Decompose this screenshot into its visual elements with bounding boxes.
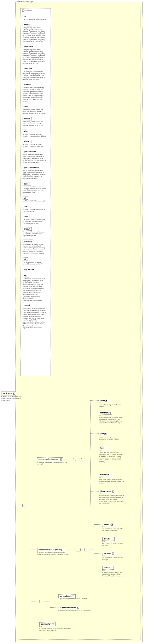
connector — [20, 393, 20, 506]
elem-related-desc: A related concept, where the relationshi… — [102, 571, 128, 577]
attr-xmllang: xml:lang Specifies the language of this … — [23, 239, 49, 255]
attr-roleuri: roleuri A refinement of the semantics of… — [23, 303, 49, 329]
connector — [84, 459, 90, 459]
group-crg-desc: A group of properties required to indica… — [37, 552, 70, 555]
elem-narrower[interactable]: narrower+ — [102, 552, 115, 555]
connector — [75, 459, 80, 459]
expand-icon[interactable]: + — [72, 595, 74, 597]
elem-note[interactable]: note+ — [99, 432, 108, 435]
multiplicity: 0..∞ — [99, 414, 101, 416]
group-crg[interactable]: ConceptRelationshipsGroup− — [37, 548, 66, 552]
expand-icon[interactable]: + — [111, 524, 113, 526]
multiplicity: 0..∞ — [102, 540, 105, 542]
connector — [65, 459, 71, 459]
elem-broader-desc: An identifier of a more generic concept — [102, 542, 128, 546]
multiplicity: 0..∞ — [102, 570, 105, 571]
sequence-main[interactable] — [22, 504, 27, 508]
multiplicity: 0..∞ — [39, 626, 42, 627]
group-cdg[interactable]: ConceptDefinitionGroup− — [37, 458, 63, 461]
multiplicity: 0..∞ — [99, 450, 101, 451]
attributes-toggle[interactable]: − — [22, 10, 24, 12]
elem-facet-desc: In NAR 1.8 and later: facet is deprecate… — [99, 452, 124, 462]
connector — [90, 475, 99, 475]
elem-persondetails[interactable]: personDetails+ — [58, 594, 76, 598]
connector — [90, 491, 99, 492]
elem-note-desc: Additional natural language information … — [99, 437, 124, 441]
connector — [31, 459, 31, 630]
attr-role: role A refinement of the semantics of th… — [23, 274, 49, 301]
elem-narrower-desc: An identifier of a more specific concept — [102, 557, 128, 560]
attr-dir: dir The directionality of textual conten… — [23, 257, 49, 265]
sequence-crg[interactable] — [76, 548, 81, 552]
connector — [90, 413, 99, 413]
expand-icon[interactable]: + — [104, 433, 106, 435]
sequence-cdg-opt[interactable] — [80, 458, 84, 461]
connector — [44, 601, 50, 602]
multiplicity: 0..∞ — [99, 402, 101, 404]
expand-icon[interactable]: + — [77, 606, 79, 609]
elem-name[interactable]: name+ — [99, 399, 109, 402]
sequence-crg-opt[interactable] — [84, 548, 89, 552]
elem-persondetails-desc: A group of properties specific to a pers… — [58, 598, 92, 600]
elem-orgdetails-desc: A group of properties specific to an org… — [58, 609, 92, 611]
elem-facet[interactable]: facet+ — [99, 446, 108, 450]
multiplicity: 0..∞ — [99, 435, 101, 436]
attr-pubconstrainturi: pubconstrainturi One or many constraints… — [23, 166, 49, 180]
choice-details[interactable] — [39, 600, 44, 603]
expand-icon[interactable]: + — [110, 474, 112, 476]
connector — [94, 553, 102, 554]
expand-icon[interactable]: − — [63, 549, 65, 551]
connector — [69, 550, 76, 550]
elem-sameas-desc: An identifier of a concept with equivale… — [102, 528, 128, 532]
expand-icon[interactable]: + — [112, 552, 114, 554]
attr-literal: literal A concept identifier expressed a… — [23, 204, 49, 212]
sequence-cdg[interactable] — [71, 458, 76, 461]
attr-creatoruri: creatoruri If the property value is not … — [23, 44, 49, 64]
attribute-indicator-icon: a — [52, 623, 54, 625]
expand-icon[interactable]: + — [105, 447, 107, 449]
elem-broader[interactable]: broader+ — [102, 537, 114, 541]
connector — [50, 596, 58, 596]
elem-orgdetails[interactable]: organisationDetails+ — [58, 606, 80, 609]
attr-howuri: howuri Indicates by which means the valu… — [23, 116, 49, 127]
attr-id: id The local identifier of the property. — [23, 14, 49, 20]
elem-any-other-desc: Extension point for provider-defined pro… — [39, 628, 75, 631]
attr-uri: uri A URI which identifies a concept. — [23, 196, 49, 202]
attr-custom: custom If set to true the corresponding … — [23, 82, 49, 102]
connector — [90, 448, 99, 448]
elem-hierarchyinfo-desc: Represents the position of a concept in … — [99, 495, 124, 504]
elem-related[interactable]: related+ — [102, 566, 114, 570]
attributes-box: −attributes id The local identifier of t… — [20, 8, 51, 376]
expand-icon[interactable]: + — [111, 538, 113, 540]
group-cdg-desc: A group of properties required to define… — [37, 461, 68, 465]
elem-definition[interactable]: definition+ — [99, 411, 112, 415]
expand-icon[interactable]: + — [110, 567, 112, 569]
elem-any-other[interactable]: any ##other a — [39, 622, 56, 626]
connector — [80, 550, 84, 550]
multiplicity: 0..∞ — [99, 476, 101, 478]
attr-why: why Why the metadata has been included -… — [23, 129, 49, 137]
connector — [20, 506, 22, 506]
elem-hierarchyinfo[interactable]: hierarchyInfo+ — [99, 490, 115, 493]
attr-qcode: qcode A concept identifier expressed as … — [23, 182, 49, 194]
attr-pubconstraint: pubconstraint One or many constraints th… — [23, 150, 49, 164]
connector — [14, 393, 18, 393]
multiplicity: 0..∞ — [102, 555, 105, 556]
attr-creator: creator If the property value is not def… — [23, 22, 49, 42]
elem-remoteinfo[interactable]: remoteInfo+ — [99, 473, 113, 477]
expand-icon[interactable]: + — [105, 400, 107, 402]
element-participant[interactable]: participant− — [1, 392, 16, 396]
connector — [27, 506, 31, 506]
element-participant-desc: A person or organisation (e.g. group of … — [1, 396, 22, 401]
connector — [94, 539, 102, 539]
connector — [90, 434, 99, 434]
elem-sameas[interactable]: sameAs+ — [102, 523, 115, 526]
connector — [31, 624, 39, 624]
expand-icon[interactable]: + — [112, 490, 114, 492]
attr-whyuri: whyuri Why the metadata has been include… — [23, 139, 49, 147]
expand-icon[interactable]: − — [60, 458, 62, 460]
elem-definition-desc: A natural language definition of the sem… — [99, 416, 124, 424]
multiplicity: 0..∞ — [102, 526, 105, 528]
expand-icon[interactable]: + — [108, 412, 111, 414]
connector — [31, 550, 37, 550]
